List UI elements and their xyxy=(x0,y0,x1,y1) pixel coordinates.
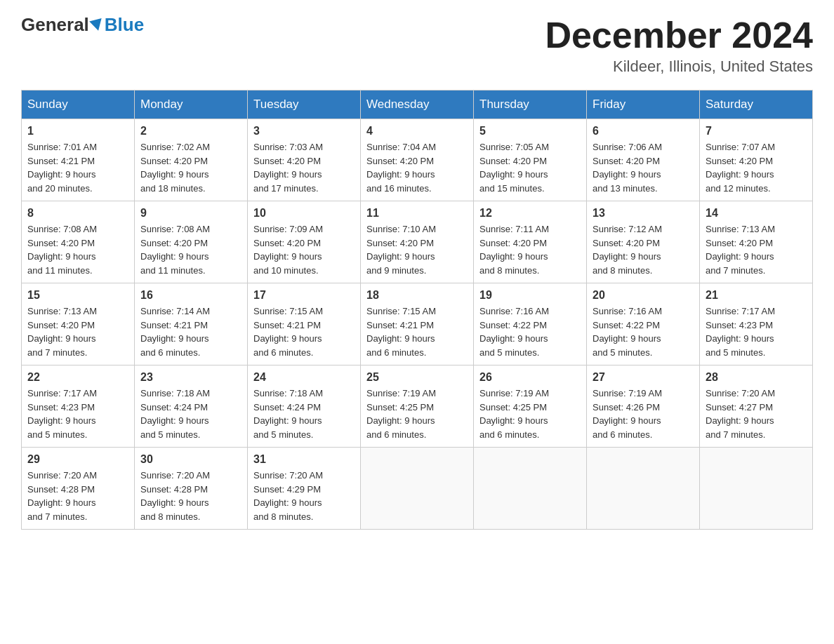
day-info: Sunrise: 7:17 AMSunset: 4:23 PMDaylight:… xyxy=(27,387,128,441)
header-friday: Friday xyxy=(587,90,700,119)
day-info: Sunrise: 7:20 AMSunset: 4:29 PMDaylight:… xyxy=(253,469,355,523)
table-row: 10Sunrise: 7:09 AMSunset: 4:20 PMDayligh… xyxy=(248,201,361,283)
day-info: Sunrise: 7:18 AMSunset: 4:24 PMDaylight:… xyxy=(253,387,355,441)
table-row xyxy=(700,448,813,530)
logo-blue-text: Blue xyxy=(105,14,144,36)
day-number: 27 xyxy=(593,371,694,384)
logo: GeneralBlue xyxy=(21,14,144,36)
day-info: Sunrise: 7:13 AMSunset: 4:20 PMDaylight:… xyxy=(27,304,128,359)
day-info: Sunrise: 7:19 AMSunset: 4:25 PMDaylight:… xyxy=(479,387,581,441)
day-number: 15 xyxy=(27,289,128,302)
day-info: Sunrise: 7:08 AMSunset: 4:20 PMDaylight:… xyxy=(27,222,128,277)
day-info: Sunrise: 7:15 AMSunset: 4:21 PMDaylight:… xyxy=(366,304,468,359)
table-row: 22Sunrise: 7:17 AMSunset: 4:23 PMDayligh… xyxy=(22,365,135,448)
table-row xyxy=(361,448,474,530)
calendar-week-row: 29Sunrise: 7:20 AMSunset: 4:28 PMDayligh… xyxy=(22,448,813,530)
day-number: 16 xyxy=(140,289,241,302)
day-info: Sunrise: 7:06 AMSunset: 4:20 PMDaylight:… xyxy=(593,140,694,195)
table-row: 8Sunrise: 7:08 AMSunset: 4:20 PMDaylight… xyxy=(22,201,135,283)
day-number: 22 xyxy=(27,371,128,384)
day-info: Sunrise: 7:20 AMSunset: 4:27 PMDaylight:… xyxy=(706,387,807,441)
location-title: Kildeer, Illinois, United States xyxy=(545,58,813,76)
page-header: GeneralBlue December 2024 Kildeer, Illin… xyxy=(21,14,813,76)
table-row: 1Sunrise: 7:01 AMSunset: 4:21 PMDaylight… xyxy=(22,119,135,201)
day-number: 21 xyxy=(706,289,807,302)
table-row: 7Sunrise: 7:07 AMSunset: 4:20 PMDaylight… xyxy=(700,119,813,201)
day-info: Sunrise: 7:16 AMSunset: 4:22 PMDaylight:… xyxy=(479,304,581,359)
day-info: Sunrise: 7:19 AMSunset: 4:26 PMDaylight:… xyxy=(593,387,694,441)
day-number: 19 xyxy=(479,289,581,302)
day-info: Sunrise: 7:17 AMSunset: 4:23 PMDaylight:… xyxy=(706,304,807,359)
day-number: 1 xyxy=(27,125,128,137)
day-info: Sunrise: 7:03 AMSunset: 4:20 PMDaylight:… xyxy=(253,140,355,195)
table-row: 15Sunrise: 7:13 AMSunset: 4:20 PMDayligh… xyxy=(22,283,135,365)
table-row: 3Sunrise: 7:03 AMSunset: 4:20 PMDaylight… xyxy=(248,119,361,201)
table-row: 12Sunrise: 7:11 AMSunset: 4:20 PMDayligh… xyxy=(474,201,587,283)
day-number: 5 xyxy=(479,125,581,137)
calendar-week-row: 15Sunrise: 7:13 AMSunset: 4:20 PMDayligh… xyxy=(22,283,813,365)
day-info: Sunrise: 7:20 AMSunset: 4:28 PMDaylight:… xyxy=(140,469,241,523)
table-row: 24Sunrise: 7:18 AMSunset: 4:24 PMDayligh… xyxy=(248,365,361,448)
day-info: Sunrise: 7:04 AMSunset: 4:20 PMDaylight:… xyxy=(366,140,468,195)
day-number: 25 xyxy=(366,371,468,384)
day-number: 14 xyxy=(706,207,807,220)
title-section: December 2024 Kildeer, Illinois, United … xyxy=(545,14,813,76)
table-row: 6Sunrise: 7:06 AMSunset: 4:20 PMDaylight… xyxy=(587,119,700,201)
day-number: 10 xyxy=(253,207,355,220)
day-number: 23 xyxy=(140,371,241,384)
header-wednesday: Wednesday xyxy=(361,90,474,119)
day-info: Sunrise: 7:18 AMSunset: 4:24 PMDaylight:… xyxy=(140,387,241,441)
table-row: 17Sunrise: 7:15 AMSunset: 4:21 PMDayligh… xyxy=(248,283,361,365)
table-row: 4Sunrise: 7:04 AMSunset: 4:20 PMDaylight… xyxy=(361,119,474,201)
day-info: Sunrise: 7:02 AMSunset: 4:20 PMDaylight:… xyxy=(140,140,241,195)
day-number: 4 xyxy=(366,125,468,137)
table-row: 23Sunrise: 7:18 AMSunset: 4:24 PMDayligh… xyxy=(135,365,248,448)
day-info: Sunrise: 7:05 AMSunset: 4:20 PMDaylight:… xyxy=(479,140,581,195)
header-sunday: Sunday xyxy=(22,90,135,119)
table-row xyxy=(474,448,587,530)
day-info: Sunrise: 7:08 AMSunset: 4:20 PMDaylight:… xyxy=(140,222,241,277)
day-number: 2 xyxy=(140,125,241,137)
calendar-week-row: 22Sunrise: 7:17 AMSunset: 4:23 PMDayligh… xyxy=(22,365,813,448)
day-info: Sunrise: 7:16 AMSunset: 4:22 PMDaylight:… xyxy=(593,304,694,359)
day-number: 8 xyxy=(27,207,128,220)
calendar-header-row: Sunday Monday Tuesday Wednesday Thursday… xyxy=(22,90,813,119)
day-number: 26 xyxy=(479,371,581,384)
day-info: Sunrise: 7:14 AMSunset: 4:21 PMDaylight:… xyxy=(140,304,241,359)
header-thursday: Thursday xyxy=(474,90,587,119)
day-info: Sunrise: 7:09 AMSunset: 4:20 PMDaylight:… xyxy=(253,222,355,277)
day-number: 28 xyxy=(706,371,807,384)
logo-general-text: General xyxy=(21,14,89,36)
table-row: 25Sunrise: 7:19 AMSunset: 4:25 PMDayligh… xyxy=(361,365,474,448)
table-row: 18Sunrise: 7:15 AMSunset: 4:21 PMDayligh… xyxy=(361,283,474,365)
table-row: 27Sunrise: 7:19 AMSunset: 4:26 PMDayligh… xyxy=(587,365,700,448)
day-number: 31 xyxy=(253,453,355,466)
table-row: 5Sunrise: 7:05 AMSunset: 4:20 PMDaylight… xyxy=(474,119,587,201)
table-row: 26Sunrise: 7:19 AMSunset: 4:25 PMDayligh… xyxy=(474,365,587,448)
table-row: 9Sunrise: 7:08 AMSunset: 4:20 PMDaylight… xyxy=(135,201,248,283)
day-number: 9 xyxy=(140,207,241,220)
table-row: 21Sunrise: 7:17 AMSunset: 4:23 PMDayligh… xyxy=(700,283,813,365)
table-row: 30Sunrise: 7:20 AMSunset: 4:28 PMDayligh… xyxy=(135,448,248,530)
day-number: 3 xyxy=(253,125,355,137)
day-number: 18 xyxy=(366,289,468,302)
day-info: Sunrise: 7:01 AMSunset: 4:21 PMDaylight:… xyxy=(27,140,128,195)
month-title: December 2024 xyxy=(545,14,813,56)
day-info: Sunrise: 7:19 AMSunset: 4:25 PMDaylight:… xyxy=(366,387,468,441)
table-row: 11Sunrise: 7:10 AMSunset: 4:20 PMDayligh… xyxy=(361,201,474,283)
table-row: 29Sunrise: 7:20 AMSunset: 4:28 PMDayligh… xyxy=(22,448,135,530)
day-number: 11 xyxy=(366,207,468,220)
table-row: 20Sunrise: 7:16 AMSunset: 4:22 PMDayligh… xyxy=(587,283,700,365)
day-number: 6 xyxy=(593,125,694,137)
logo-triangle-icon xyxy=(89,18,105,32)
day-info: Sunrise: 7:20 AMSunset: 4:28 PMDaylight:… xyxy=(27,469,128,523)
table-row: 28Sunrise: 7:20 AMSunset: 4:27 PMDayligh… xyxy=(700,365,813,448)
day-number: 13 xyxy=(593,207,694,220)
calendar-table: Sunday Monday Tuesday Wednesday Thursday… xyxy=(21,90,813,530)
table-row xyxy=(587,448,700,530)
table-row: 13Sunrise: 7:12 AMSunset: 4:20 PMDayligh… xyxy=(587,201,700,283)
calendar-week-row: 1Sunrise: 7:01 AMSunset: 4:21 PMDaylight… xyxy=(22,119,813,201)
day-number: 30 xyxy=(140,453,241,466)
day-info: Sunrise: 7:07 AMSunset: 4:20 PMDaylight:… xyxy=(706,140,807,195)
day-number: 7 xyxy=(706,125,807,137)
